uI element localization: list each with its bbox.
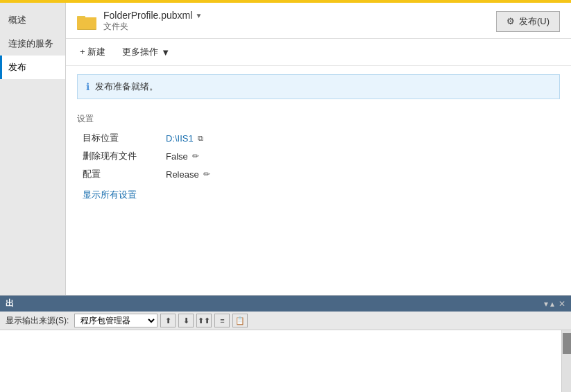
settings-row-config: 配置 Release bbox=[83, 168, 560, 180]
output-toolbar-btn-3[interactable]: ⬆⬆ bbox=[196, 314, 212, 327]
settings-label-config: 配置 bbox=[83, 168, 166, 180]
show-all-settings-link[interactable]: 显示所有设置 bbox=[83, 189, 137, 201]
header-filename: FolderProfile.pubxml ▼ bbox=[103, 10, 202, 21]
settings-label-delete: 删除现有文件 bbox=[83, 150, 166, 162]
folder-icon bbox=[77, 13, 96, 30]
settings-row-target: 目标位置 D:\IIS1 bbox=[83, 132, 560, 144]
header-subtitle: 文件夹 bbox=[103, 21, 202, 33]
info-banner: ℹ 发布准备就绪。 bbox=[77, 74, 560, 99]
output-close-button[interactable]: ✕ bbox=[559, 299, 565, 309]
settings-value-config: Release bbox=[166, 169, 210, 180]
publish-icon: ⚙ bbox=[506, 16, 515, 26]
edit-icon-delete[interactable] bbox=[192, 151, 199, 161]
settings-value-delete: False bbox=[166, 151, 199, 162]
output-source-dropdown[interactable]: 程序包管理器 bbox=[74, 314, 157, 327]
settings-title: 设置 bbox=[77, 113, 560, 125]
settings-table: 目标位置 D:\IIS1 删除现有文件 False 配置 bbox=[83, 132, 560, 180]
output-toolbar-btn-4[interactable]: ≡ bbox=[214, 314, 230, 327]
config-value: Release bbox=[166, 169, 199, 180]
output-header-controls: ▾ ▴ ✕ bbox=[544, 299, 565, 309]
output-title: 出 bbox=[6, 298, 14, 309]
content-area: FolderProfile.pubxml ▼ 文件夹 ⚙ 发布(U) + 新建 … bbox=[66, 3, 571, 295]
output-content bbox=[0, 330, 571, 392]
output-toolbar-btn-2[interactable]: ⬇ bbox=[178, 314, 194, 327]
info-message: 发布准备就绪。 bbox=[95, 80, 158, 93]
sidebar-item-overview[interactable]: 概述 bbox=[0, 8, 65, 32]
output-header: 出 ▾ ▴ ✕ bbox=[0, 296, 571, 312]
new-button[interactable]: + 新建 bbox=[77, 44, 108, 60]
sidebar-item-connected-services[interactable]: 连接的服务 bbox=[0, 32, 65, 56]
settings-row-delete: 删除现有文件 False bbox=[83, 150, 560, 162]
sidebar-item-publish[interactable]: 发布 bbox=[0, 56, 65, 79]
output-scrollbar-thumb bbox=[563, 333, 571, 354]
output-toolbar-btn-1[interactable]: ⬆ bbox=[160, 314, 176, 327]
copy-icon-target[interactable] bbox=[198, 133, 203, 143]
main-area: 概述 连接的服务 发布 Fol bbox=[0, 3, 571, 295]
show-source-label: 显示输出来源(S): bbox=[6, 315, 69, 327]
toolbar: + 新建 更多操作 ▼ bbox=[66, 39, 571, 66]
output-panel: 出 ▾ ▴ ✕ 显示输出来源(S): 程序包管理器 ⬆ ⬇ ⬆⬆ ≡ 📋 bbox=[0, 295, 571, 392]
settings-section: 设置 目标位置 D:\IIS1 删除现有文件 False bbox=[77, 113, 560, 201]
output-pin-button[interactable]: ▾ ▴ bbox=[544, 299, 554, 309]
target-location-link[interactable]: D:\IIS1 bbox=[166, 133, 194, 144]
content-header: FolderProfile.pubxml ▼ 文件夹 ⚙ 发布(U) bbox=[66, 3, 571, 39]
output-toolbar: 显示输出来源(S): 程序包管理器 ⬆ ⬇ ⬆⬆ ≡ 📋 bbox=[0, 312, 571, 330]
sidebar: 概述 连接的服务 发布 bbox=[0, 3, 66, 295]
delete-value: False bbox=[166, 151, 188, 162]
settings-value-target: D:\IIS1 bbox=[166, 133, 203, 144]
settings-label-target: 目标位置 bbox=[83, 132, 166, 144]
header-title-area: FolderProfile.pubxml ▼ 文件夹 bbox=[103, 10, 202, 33]
more-actions-button[interactable]: 更多操作 ▼ bbox=[119, 44, 173, 60]
info-icon: ℹ bbox=[86, 81, 90, 92]
edit-icon-config[interactable] bbox=[203, 169, 210, 179]
publish-button[interactable]: ⚙ 发布(U) bbox=[496, 11, 560, 32]
output-toolbar-btn-5[interactable]: 📋 bbox=[232, 314, 248, 327]
svg-rect-2 bbox=[77, 17, 96, 29]
output-scrollbar[interactable] bbox=[561, 330, 571, 392]
header-left: FolderProfile.pubxml ▼ 文件夹 bbox=[77, 10, 202, 33]
filename-dropdown-arrow[interactable]: ▼ bbox=[195, 12, 202, 19]
